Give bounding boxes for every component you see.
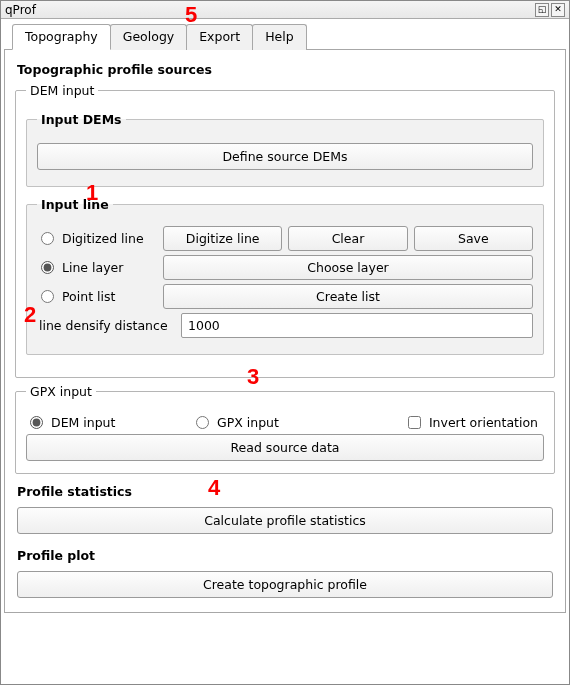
- invert-orientation-checkbox[interactable]: Invert orientation: [408, 415, 538, 430]
- define-source-dems-button[interactable]: Define source DEMs: [37, 143, 533, 170]
- window-detach-icon[interactable]: ◱: [535, 3, 549, 17]
- gpx-input-legend: GPX input: [26, 384, 96, 399]
- choose-layer-button[interactable]: Choose layer: [163, 255, 533, 280]
- input-dems-legend: Input DEMs: [37, 112, 126, 127]
- radio-dem-input-label: DEM input: [51, 415, 115, 430]
- section-title-sources: Topographic profile sources: [17, 62, 555, 77]
- radio-point-list[interactable]: Point list: [37, 289, 157, 304]
- section-title-stats: Profile statistics: [17, 484, 555, 499]
- input-line-frame: Input line Digitized line Digitize line …: [26, 197, 544, 355]
- invert-orientation-input[interactable]: [408, 416, 421, 429]
- input-dems-frame: Input DEMs Define source DEMs: [26, 112, 544, 187]
- tab-page-topography: Topographic profile sources DEM input In…: [4, 50, 566, 613]
- invert-orientation-label: Invert orientation: [429, 415, 538, 430]
- window-title: qProf: [5, 3, 533, 17]
- create-profile-button[interactable]: Create topographic profile: [17, 571, 553, 598]
- densify-distance-input[interactable]: [181, 313, 533, 338]
- radio-line-layer-input[interactable]: [41, 261, 54, 274]
- tab-bar: Topography Geology Export Help: [4, 23, 566, 50]
- radio-digitized-line-input[interactable]: [41, 232, 54, 245]
- titlebar: qProf ◱ ✕: [1, 1, 569, 19]
- input-line-legend: Input line: [37, 197, 113, 212]
- dem-input-legend: DEM input: [26, 83, 98, 98]
- radio-dem-input-input[interactable]: [30, 416, 43, 429]
- radio-digitized-line-label: Digitized line: [62, 231, 144, 246]
- tab-geology[interactable]: Geology: [110, 24, 187, 50]
- read-source-data-button[interactable]: Read source data: [26, 434, 544, 461]
- section-title-plot: Profile plot: [17, 548, 555, 563]
- radio-gpx-input-input[interactable]: [196, 416, 209, 429]
- tab-export[interactable]: Export: [186, 24, 253, 50]
- radio-point-list-label: Point list: [62, 289, 115, 304]
- radio-point-list-input[interactable]: [41, 290, 54, 303]
- create-list-button[interactable]: Create list: [163, 284, 533, 309]
- clear-button[interactable]: Clear: [288, 226, 407, 251]
- radio-gpx-input[interactable]: GPX input: [192, 415, 352, 430]
- radio-line-layer[interactable]: Line layer: [37, 260, 157, 275]
- tab-topography[interactable]: Topography: [12, 24, 111, 50]
- radio-dem-input[interactable]: DEM input: [26, 415, 186, 430]
- calculate-stats-button[interactable]: Calculate profile statistics: [17, 507, 553, 534]
- digitize-line-button[interactable]: Digitize line: [163, 226, 282, 251]
- gpx-input-frame: GPX input DEM input GPX input Invert ori…: [15, 384, 555, 474]
- window-close-icon[interactable]: ✕: [551, 3, 565, 17]
- radio-digitized-line[interactable]: Digitized line: [37, 231, 157, 246]
- window-body: Topography Geology Export Help Topograph…: [1, 19, 569, 684]
- window: qProf ◱ ✕ Topography Geology Export Help…: [0, 0, 570, 685]
- dem-input-frame: DEM input Input DEMs Define source DEMs …: [15, 83, 555, 378]
- save-button[interactable]: Save: [414, 226, 533, 251]
- radio-line-layer-label: Line layer: [62, 260, 123, 275]
- tab-help[interactable]: Help: [252, 24, 307, 50]
- densify-label: line densify distance: [37, 318, 175, 333]
- radio-gpx-input-label: GPX input: [217, 415, 279, 430]
